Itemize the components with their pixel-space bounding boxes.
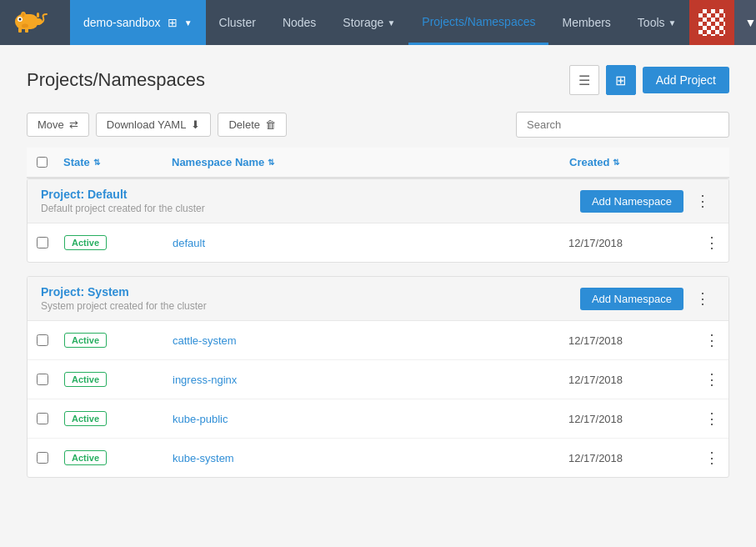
ns-created-system-2: 12/17/2018: [562, 413, 695, 425]
nav-right: ▼: [689, 0, 756, 45]
add-namespace-button-system[interactable]: Add Namespace: [580, 288, 683, 310]
row-checkbox-system-3[interactable]: [37, 452, 48, 464]
user-dropdown-icon: ▼: [744, 16, 756, 29]
status-badge: Active: [64, 235, 107, 250]
ns-created-system-0: 12/17/2018: [562, 334, 695, 347]
add-namespace-button-default[interactable]: Add Namespace: [580, 190, 683, 213]
ns-name-link-system-1[interactable]: ingress-nginx: [166, 374, 562, 386]
storage-dropdown-icon: ▼: [387, 18, 395, 28]
svg-point-3: [22, 24, 28, 28]
project-name-system[interactable]: Project: System: [41, 285, 207, 299]
nav-storage[interactable]: Storage ▼: [329, 0, 408, 45]
ns-created-system-3: 12/17/2018: [562, 452, 695, 464]
state-column-header[interactable]: State ⇅: [57, 156, 165, 168]
table-header: State ⇅ Namespace Name ⇅ Created ⇅: [27, 148, 729, 178]
search-input[interactable]: [516, 112, 729, 138]
ns-created-system-1: 12/17/2018: [562, 374, 695, 386]
state-sort-icon: ⇅: [93, 158, 100, 167]
cluster-select-button[interactable]: demo-sandbox ⊞ ▼: [70, 0, 206, 45]
svg-rect-5: [25, 28, 28, 33]
project-desc-system: System project created for the cluster: [41, 300, 207, 312]
ns-actions-system-3: ⋮: [695, 447, 728, 469]
ns-state-system-1: Active: [58, 372, 166, 387]
user-avatar: [698, 9, 725, 36]
ns-actions-system-0: ⋮: [695, 329, 728, 351]
ns-created-default-0: 12/17/2018: [562, 237, 695, 249]
project-kebab-button-system[interactable]: ⋮: [690, 288, 715, 309]
nav-members[interactable]: Members: [548, 0, 623, 45]
row-checkbox-default-0[interactable]: [37, 237, 48, 248]
table-row: Active kube-public 12/17/2018 ⋮: [28, 399, 728, 439]
row-checkbox-system-1[interactable]: [37, 374, 48, 385]
trash-icon: 🗑: [265, 118, 276, 131]
nav-projects-namespaces[interactable]: Projects/Namespaces: [408, 0, 548, 45]
download-yaml-button[interactable]: Download YAML ⬇: [96, 113, 212, 137]
ns-actions-system-2: ⋮: [695, 408, 728, 429]
project-actions-system: Add Namespace ⋮: [580, 288, 715, 310]
project-block-default: Project: Default Default project created…: [27, 178, 729, 263]
project-header-default: Project: Default Default project created…: [28, 179, 728, 223]
page-header: Projects/Namespaces ☰ ⊞ Add Project: [27, 65, 729, 95]
ns-state-default-0: Active: [58, 235, 166, 250]
row-checkbox-container: [28, 452, 58, 464]
select-all-checkbox[interactable]: [37, 157, 48, 168]
group-view-button[interactable]: ⊞: [606, 65, 636, 95]
ns-name-link-system-2[interactable]: kube-public: [166, 413, 562, 425]
nav-tools[interactable]: Tools ▼: [624, 0, 690, 45]
user-icon-button[interactable]: [689, 0, 734, 45]
nav-cluster[interactable]: Cluster: [206, 0, 269, 45]
ns-name-link-system-3[interactable]: kube-system: [166, 452, 562, 464]
ns-kebab-button-system-1[interactable]: ⋮: [699, 369, 724, 390]
ns-name-link-default-0[interactable]: default: [166, 237, 562, 249]
status-badge: Active: [64, 333, 107, 348]
table-row: Active cattle-system 12/17/2018 ⋮: [28, 321, 728, 360]
svg-rect-4: [18, 28, 22, 33]
ns-actions-default-0: ⋮: [695, 232, 728, 253]
logo-area: [0, 0, 70, 45]
ns-actions-system-1: ⋮: [695, 369, 728, 390]
ns-state-system-2: Active: [58, 411, 166, 426]
created-column-header[interactable]: Created ⇅: [563, 156, 696, 168]
move-button[interactable]: Move ⇄: [27, 113, 89, 137]
select-all-header: [27, 157, 57, 168]
list-view-button[interactable]: ☰: [569, 65, 599, 95]
table-row: Active ingress-nginx 12/17/2018 ⋮: [28, 360, 728, 399]
row-checkbox-system-2[interactable]: [37, 413, 48, 424]
cluster-dropdown-icon: ▼: [184, 18, 193, 28]
project-info-default: Project: Default Default project created…: [41, 188, 205, 214]
project-block-system: Project: System System project created f…: [27, 276, 729, 478]
nav-nodes[interactable]: Nodes: [269, 0, 329, 45]
user-dropdown-button[interactable]: ▼: [734, 0, 756, 45]
project-desc-default: Default project created for the cluster: [41, 203, 205, 214]
svg-rect-7: [37, 13, 39, 18]
svg-point-9: [23, 13, 25, 18]
status-badge: Active: [64, 372, 107, 387]
project-kebab-button-default[interactable]: ⋮: [690, 190, 715, 212]
page-title: Projects/Namespaces: [27, 69, 205, 91]
row-checkbox-system-0[interactable]: [37, 334, 48, 346]
add-project-button[interactable]: Add Project: [643, 67, 729, 93]
top-nav: demo-sandbox ⊞ ▼ Cluster Nodes Storage ▼…: [0, 0, 756, 45]
delete-button[interactable]: Delete 🗑: [218, 113, 287, 137]
nav-menu: Cluster Nodes Storage ▼ Projects/Namespa…: [206, 0, 690, 45]
row-checkbox-container: [28, 237, 58, 248]
cluster-name-label: demo-sandbox: [83, 16, 161, 29]
ns-kebab-button-system-3[interactable]: ⋮: [699, 447, 724, 469]
ns-name-link-system-0[interactable]: cattle-system: [166, 334, 562, 347]
table-row: Active default 12/17/2018 ⋮: [28, 223, 728, 262]
ns-kebab-button-default-0[interactable]: ⋮: [699, 232, 724, 253]
svg-point-2: [19, 18, 22, 21]
ns-kebab-button-system-0[interactable]: ⋮: [699, 329, 724, 351]
cluster-icon: ⊞: [168, 16, 178, 29]
toolbar: Move ⇄ Download YAML ⬇ Delete 🗑: [27, 112, 729, 138]
move-icon: ⇄: [69, 118, 78, 131]
table-row: Active kube-system 12/17/2018 ⋮: [28, 439, 728, 477]
group-icon: ⊞: [615, 73, 626, 88]
row-checkbox-container: [28, 413, 58, 424]
list-icon: ☰: [578, 73, 590, 88]
ns-kebab-button-system-2[interactable]: ⋮: [699, 408, 724, 429]
project-name-default[interactable]: Project: Default: [41, 188, 205, 201]
status-badge: Active: [64, 411, 107, 426]
tools-dropdown-icon: ▼: [668, 18, 677, 28]
namespace-name-column-header[interactable]: Namespace Name ⇅: [165, 156, 563, 168]
